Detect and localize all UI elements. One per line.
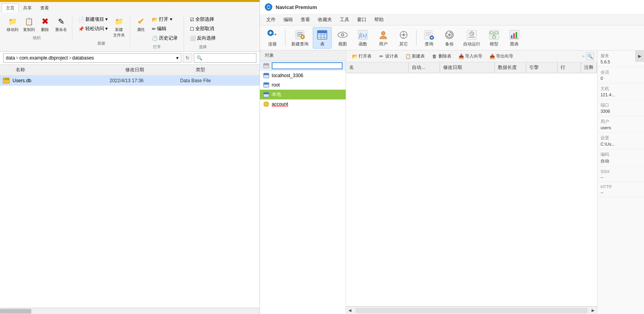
tree-item-root[interactable]: root [260, 80, 346, 90]
delete-table-icon: 🗑 [432, 54, 437, 59]
header-spacer [0, 66, 13, 74]
search-sub-button[interactable]: 🔍 [586, 52, 594, 60]
refresh-button[interactable]: ↻ [183, 53, 192, 63]
user-button[interactable]: 用户 [374, 27, 393, 49]
tree-item-localhost[interactable]: localhost_3306 [260, 71, 346, 80]
tree-item-new-conn[interactable] [260, 61, 346, 71]
info-value-ssh: -- [601, 175, 641, 179]
view-button[interactable]: 视图 [333, 27, 352, 49]
info-label-http: HTTP [601, 184, 641, 189]
tab-share[interactable]: 共享 [19, 4, 36, 13]
menu-favorites[interactable]: 收藏夹 [315, 15, 335, 24]
th-comment[interactable]: 注释 [581, 62, 597, 73]
menu-file[interactable]: 文件 [263, 15, 279, 24]
open-button[interactable]: ✔ 属性 [133, 15, 148, 34]
new-conn-input[interactable] [272, 62, 343, 69]
info-label-host: 主机 [601, 86, 641, 92]
open-file-icon: 📂 [152, 17, 158, 22]
info-value-settings: C:\Us... [601, 142, 641, 146]
query-label: 查询 [425, 41, 433, 47]
open-table-btn[interactable]: 📂 打开表 [349, 52, 374, 61]
info-section-session: 会话 0 [597, 67, 644, 83]
easy-access-button[interactable]: 📌 轻松访问 ▾ [76, 24, 110, 33]
table-button[interactable]: 表 [313, 27, 332, 49]
deselect-all-button[interactable]: ☐ 全部取消 [187, 24, 218, 33]
design-table-btn[interactable]: ✏ 设计表 [376, 52, 401, 61]
new-query-button[interactable]: 新建查询 [289, 27, 311, 49]
side-tab[interactable]: ▶ [635, 51, 644, 62]
open-file-button[interactable]: 📂 打开 ▾ [149, 15, 180, 24]
address-path[interactable]: data > com.example.dbproject > databases… [3, 53, 181, 63]
svg-point-18 [342, 34, 343, 36]
file-date: 2022/4/13 17:36 [110, 78, 180, 83]
table-row[interactable]: Users.db 2022/4/13 17:36 Data Base File [0, 76, 260, 86]
th-rows[interactable]: 行 [557, 62, 581, 73]
copy-button[interactable]: 📋 复制到 [21, 15, 37, 34]
th-engine[interactable]: 引擎 [526, 62, 557, 73]
th-auto[interactable]: 自动... [409, 62, 440, 73]
col-type[interactable]: 类型 [193, 66, 260, 74]
backup-button[interactable]: 备份 [440, 27, 459, 49]
menu-window[interactable]: 窗口 [354, 15, 370, 24]
model-button[interactable]: 模型 [485, 27, 503, 49]
export-label: 导出向导 [496, 53, 513, 59]
tree-conn-icon-root [263, 82, 269, 88]
new-folder-button[interactable]: 📁 新建文件夹 [111, 15, 127, 39]
menu-view[interactable]: 查看 [298, 15, 313, 24]
tab-view[interactable]: 查看 [36, 4, 53, 13]
info-label-session: 会话 [601, 69, 641, 75]
scroll-right-arrow[interactable]: ▶ [589, 307, 597, 314]
select-all-button[interactable]: ☑ 全部选择 [187, 15, 218, 24]
h-scroll-track[interactable] [355, 308, 588, 313]
chart-button[interactable]: 图表 [505, 27, 524, 49]
menu-help[interactable]: 帮助 [371, 15, 387, 24]
tab-home[interactable]: 主页 [2, 4, 19, 13]
connect-button[interactable]: 连接 [263, 27, 282, 49]
query-button[interactable]: 查询 [420, 27, 438, 49]
other-button[interactable]: 其它 [394, 27, 413, 49]
svg-point-31 [448, 34, 451, 36]
col-date[interactable]: 修改日期 [122, 66, 193, 74]
new-table-btn[interactable]: 📋 新建表 [402, 52, 428, 61]
info-value-session: 0 [601, 76, 641, 81]
export-btn[interactable]: 📤 导出向导 [487, 52, 516, 61]
delete-button[interactable]: ✖ 删除 [38, 15, 52, 34]
path-dropdown-icon[interactable]: ▾ [176, 55, 179, 61]
move-button[interactable]: 📁 移动到 [5, 15, 20, 34]
tree-item-local[interactable]: 本地 [260, 90, 346, 99]
delete-label: 删除 [41, 27, 49, 32]
tree-item-account[interactable]: account [260, 99, 346, 109]
auto-run-label: 自动运行 [463, 41, 480, 47]
th-name[interactable]: 名 [346, 62, 409, 73]
scroll-left-arrow[interactable]: ◀ [346, 307, 354, 314]
history-button[interactable]: 🕐 历史记录 [149, 34, 180, 43]
navicat-toolbar: 连接 新建查询 [260, 25, 644, 51]
search-input[interactable] [194, 53, 256, 63]
auto-run-button[interactable]: 自动运行 [460, 27, 483, 49]
ribbon-content: 📁 移动到 📋 复制到 ✖ 删除 ✎ 重命名 [2, 13, 258, 51]
new-item-button[interactable]: 📄 新建项目 ▾ [76, 15, 110, 24]
file-list-header: 名称 修改日期 类型 [0, 65, 260, 76]
th-date[interactable]: 修改日期 [440, 62, 495, 73]
navicat-panel: Navicat Premium 文件 编辑 查看 收藏夹 工具 窗口 帮助 连接 [260, 0, 644, 314]
open-table-icon: 📂 [352, 54, 357, 59]
easy-access-icon: 📌 [78, 26, 84, 32]
menu-edit[interactable]: 编辑 [280, 15, 296, 24]
import-icon: 📥 [458, 54, 464, 59]
user-icon [377, 29, 390, 41]
rename-button[interactable]: ✎ 重命名 [53, 15, 69, 34]
invert-select-button[interactable]: ⬜ 反向选择 [187, 34, 218, 43]
edit-button[interactable]: ✏ 编辑 [149, 24, 180, 33]
import-btn[interactable]: 📥 导入向导 [456, 52, 485, 61]
model-icon [488, 29, 500, 41]
open-buttons: ✔ 属性 📂 打开 ▾ ✏ 编辑 🕐 [133, 15, 180, 43]
function-button[interactable]: f(x) 函数 [354, 27, 372, 49]
menu-tools[interactable]: 工具 [337, 15, 352, 24]
export-icon: 📤 [489, 54, 495, 59]
table-area: 名 自动... 修改日期 数据长度 引擎 行 注释 [346, 62, 597, 306]
open-label: 属性 [137, 27, 145, 32]
h-scrollbar[interactable] [0, 308, 260, 314]
delete-table-btn[interactable]: 🗑 删除表 [429, 52, 454, 61]
th-len[interactable]: 数据长度 [495, 62, 526, 73]
col-name[interactable]: 名称 [13, 66, 122, 74]
